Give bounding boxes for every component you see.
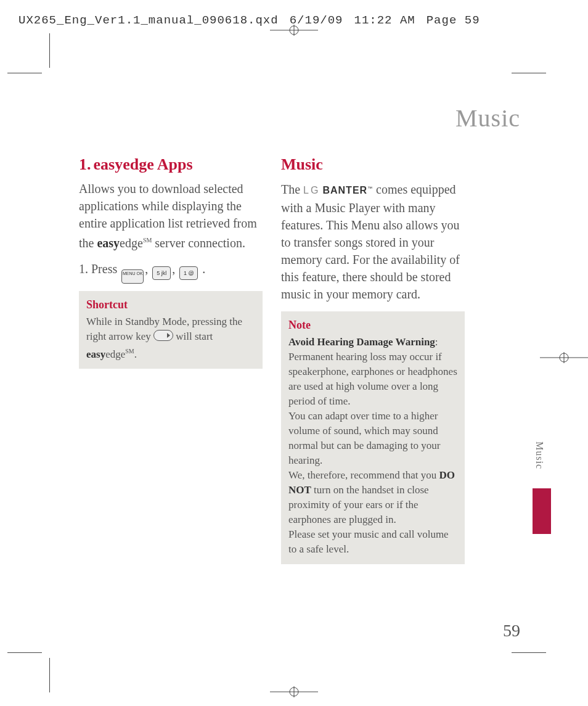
heading-number: 1. (79, 155, 91, 173)
note-body: Avoid Hearing Damage Warning: Permanent … (288, 335, 457, 557)
section-heading-easyedge: 1.easyedge Apps (79, 155, 263, 174)
crop-mark (49, 33, 50, 68)
manual-page: UX265_Eng_Ver1.1_manual_090618.qxd 6/19/… (0, 0, 588, 706)
lg-banter-logo: LGBANTER™ (303, 180, 373, 199)
page-number: 59 (503, 621, 520, 641)
crop-mark (7, 652, 42, 653)
page-title: Music (455, 104, 520, 133)
music-intro: The LGBANTER™ comes equipped with a Musi… (281, 180, 465, 303)
shortcut-callout: Shortcut While in Standby Mode, pressing… (79, 291, 263, 369)
menu-ok-key-icon: MENU OK (121, 269, 144, 284)
key-1-icon: 1 @ (179, 266, 198, 280)
heading-text: easyedge Apps (94, 155, 193, 173)
registration-mark-top (270, 25, 318, 36)
right-arrow-key-icon (153, 330, 173, 341)
crop-mark (512, 652, 546, 653)
intro-paragraph: Allows you to download selected applicat… (79, 180, 263, 252)
section-heading-music: Music (281, 155, 465, 174)
step-1: 1. Press MENU OK, 5 jkl, 1 @ . (79, 260, 263, 284)
slug-time: 11:22 AM (354, 14, 415, 27)
thumb-tab-label: Music (534, 441, 545, 469)
thumb-tab-bar (533, 488, 551, 534)
callout-title: Shortcut (86, 297, 255, 312)
registration-mark-right (540, 352, 588, 363)
key-5-icon: 5 jkl (152, 266, 171, 280)
crop-mark (512, 73, 546, 73)
slug-filename: UX265_Eng_Ver1.1_manual_090618.qxd (18, 14, 279, 27)
left-column: 1.easyedge Apps Allows you to download s… (79, 155, 263, 369)
callout-title: Note (288, 318, 457, 332)
crop-mark (7, 73, 42, 73)
crop-mark (49, 658, 50, 692)
right-column: Music The LGBANTER™ comes equipped with … (281, 155, 465, 564)
slug-pageinfo: Page 59 (427, 14, 480, 27)
registration-mark-bottom (270, 686, 318, 697)
note-callout: Note Avoid Hearing Damage Warning: Perma… (281, 311, 465, 564)
